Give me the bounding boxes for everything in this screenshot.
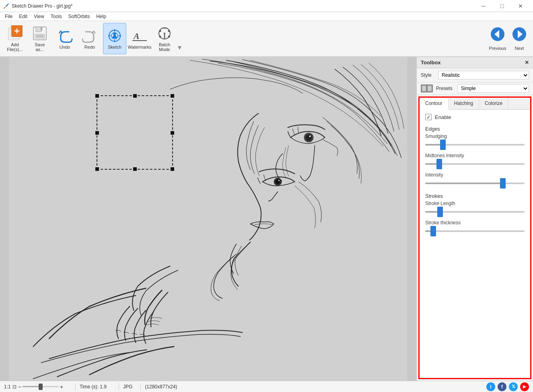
redo-label: Redo	[84, 45, 95, 49]
redo-icon	[82, 28, 98, 44]
svg-point-36	[276, 179, 280, 184]
batch-mode-label: BatchMode	[159, 42, 170, 52]
stroke-length-slider[interactable]	[425, 208, 525, 216]
svg-point-23	[159, 30, 161, 32]
smudging-thumb[interactable]	[440, 140, 446, 150]
stroke-length-thumb[interactable]	[437, 207, 443, 217]
maximize-button[interactable]: □	[493, 0, 511, 12]
redo-button[interactable]: Redo	[78, 23, 101, 54]
enable-row: ✓ Enable	[425, 114, 525, 120]
statusbar: 1:1 ⊡ − + Time (s): 1.9 JPG (1280x877x24…	[0, 381, 533, 392]
stroke-thickness-slider[interactable]	[425, 227, 525, 235]
add-files-icon	[7, 25, 23, 41]
tab-colorize[interactable]: Colorize	[479, 98, 508, 109]
toolbar: AddFile(s)... Saveas... Undo	[0, 21, 533, 57]
save-as-label: Saveas...	[35, 42, 45, 52]
toolbox-panel: Toolbox ✕ Style Realistic Simple Detaile…	[416, 57, 533, 381]
next-label: Next	[515, 46, 524, 51]
next-icon	[511, 27, 527, 44]
status-dimensions: (1280x877x24)	[145, 384, 177, 390]
svg-point-34	[309, 135, 311, 137]
svg-point-37	[278, 180, 280, 181]
midtones-intensity-slider[interactable]	[425, 160, 525, 168]
titlebar-left: 🖌️ Sketch Drawer Pro - girl.jpg*	[3, 3, 72, 9]
menu-help[interactable]: Help	[93, 13, 109, 20]
stroke-thickness-label: Stroke thickness	[425, 220, 525, 226]
tab-hatching[interactable]: Hatching	[449, 98, 479, 109]
zoom-slider[interactable]	[23, 384, 59, 390]
enable-label: Enable	[435, 114, 451, 120]
midtones-intensity-thumb[interactable]	[436, 159, 442, 169]
menu-view[interactable]: View	[31, 13, 47, 20]
titlebar: 🖌️ Sketch Drawer Pro - girl.jpg* ─ □ ✕	[0, 0, 533, 12]
zoom-plus-icon[interactable]: +	[60, 384, 63, 390]
presets-label: Presets	[436, 86, 454, 91]
status-format: JPG	[123, 384, 132, 390]
svg-rect-9	[41, 27, 42, 31]
presets-select[interactable]: Simple Detailed Comic Anime	[457, 84, 529, 93]
stroke-thickness-row: Stroke thickness	[425, 220, 525, 235]
menu-edit[interactable]: Edit	[16, 13, 31, 20]
smudging-slider[interactable]	[425, 141, 525, 149]
sketch-icon	[107, 28, 123, 44]
app-icon: 🖌️	[3, 3, 9, 9]
svg-point-21	[164, 33, 165, 34]
strokes-sliders: Stroke Length Stroke thickness	[425, 201, 525, 235]
status-separator-1	[75, 383, 76, 390]
edges-sliders: Smudging Midtones Intensity	[425, 133, 525, 187]
sketch-label: Sketch	[108, 45, 121, 49]
menu-tools[interactable]: Tools	[47, 13, 65, 20]
next-button[interactable]: Next	[509, 23, 530, 54]
main-area: Toolbox ✕ Style Realistic Simple Detaile…	[0, 57, 533, 381]
contour-panel: Contour Hatching Colorize ✓ Enable Edges	[418, 96, 531, 379]
previous-button[interactable]: Previous	[487, 23, 508, 54]
presets-row: Presets Simple Detailed Comic Anime	[417, 82, 533, 95]
stroke-length-row: Stroke Length	[425, 201, 525, 216]
status-separator-2	[119, 383, 119, 390]
style-label: Style	[421, 72, 435, 78]
undo-button[interactable]: Undo	[53, 23, 76, 54]
toolbox-title: Toolbox	[421, 60, 441, 66]
youtube-icon[interactable]: ▶	[520, 382, 529, 391]
info-icon[interactable]: i	[486, 382, 495, 391]
intensity-slider[interactable]	[425, 179, 525, 187]
stroke-length-label: Stroke Length	[425, 201, 525, 206]
style-select[interactable]: Realistic Simple Detailed	[438, 71, 529, 80]
save-as-icon	[32, 25, 48, 41]
save-as-button[interactable]: Saveas...	[28, 23, 51, 54]
svg-point-33	[306, 134, 312, 141]
canvas-area[interactable]	[0, 57, 416, 381]
undo-icon	[57, 28, 73, 44]
toolbox-close-icon[interactable]: ✕	[525, 60, 529, 66]
menu-softorbits[interactable]: SoftOrbits	[65, 13, 93, 20]
add-files-button[interactable]: AddFile(s)...	[3, 23, 27, 54]
svg-point-24	[168, 30, 170, 32]
previous-icon	[490, 27, 506, 44]
intensity-thumb[interactable]	[500, 178, 506, 189]
facebook-icon[interactable]: f	[498, 382, 506, 391]
svg-rect-31	[9, 57, 407, 381]
titlebar-controls: ─ □ ✕	[474, 0, 530, 12]
tab-contour[interactable]: Contour	[420, 98, 449, 110]
minimize-button[interactable]: ─	[474, 0, 493, 12]
sketch-button[interactable]: Sketch	[103, 23, 126, 54]
status-icons: i f 𝕏 ▶	[486, 382, 529, 391]
svg-rect-6	[36, 27, 41, 32]
stroke-thickness-thumb[interactable]	[430, 226, 436, 236]
watermarks-button[interactable]: A Watermarks	[128, 23, 151, 54]
midtones-intensity-row: Midtones Intensity	[425, 153, 525, 168]
twitter-icon[interactable]: 𝕏	[509, 382, 518, 391]
zoom-thumb[interactable]	[39, 384, 43, 390]
add-files-label: AddFile(s)...	[7, 42, 23, 52]
more-button[interactable]: ▾	[178, 23, 181, 54]
batch-mode-button[interactable]: BatchMode	[153, 23, 176, 54]
app-title: Sketch Drawer Pro - girl.jpg*	[12, 3, 72, 9]
close-button[interactable]: ✕	[511, 0, 530, 12]
menu-file[interactable]: File	[2, 13, 16, 20]
zoom-minus-icon[interactable]: −	[18, 384, 21, 390]
midtones-intensity-label: Midtones Intensity	[425, 153, 525, 158]
tabs: Contour Hatching Colorize	[420, 98, 530, 110]
style-row: Style Realistic Simple Detailed	[417, 68, 533, 82]
previous-label: Previous	[489, 46, 506, 51]
enable-checkbox[interactable]: ✓	[425, 114, 432, 120]
